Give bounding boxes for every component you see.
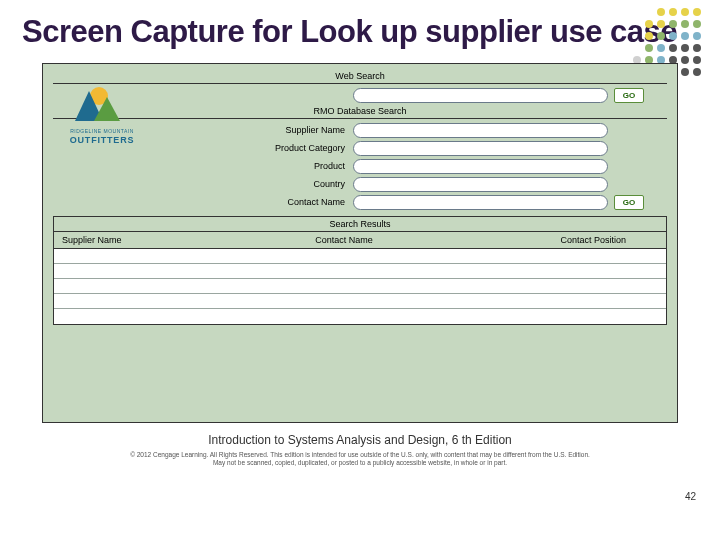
- contact-name-label: Contact Name: [53, 197, 353, 207]
- country-input[interactable]: [353, 177, 608, 192]
- results-header-row: Supplier Name Contact Name Contact Posit…: [54, 232, 666, 249]
- results-heading: Search Results: [54, 217, 666, 232]
- brand-logo: RIDGELINE MOUNTAIN OUTFITTERS: [57, 84, 147, 145]
- table-row: [54, 264, 666, 279]
- web-search-go-button[interactable]: GO: [614, 88, 644, 103]
- country-label: Country: [53, 179, 353, 189]
- app-screenshot: RIDGELINE MOUNTAIN OUTFITTERS Web Search…: [42, 63, 678, 423]
- logo-icon: [72, 84, 132, 126]
- contact-name-input[interactable]: [353, 195, 608, 210]
- copyright-text: © 2012 Cengage Learning. All Rights Rese…: [0, 451, 720, 467]
- table-row: [54, 294, 666, 309]
- table-row: [54, 279, 666, 294]
- web-search-heading: Web Search: [53, 71, 667, 84]
- logo-text-top: RIDGELINE MOUNTAIN: [57, 128, 147, 134]
- table-row: [54, 309, 666, 324]
- product-category-input[interactable]: [353, 141, 608, 156]
- product-input[interactable]: [353, 159, 608, 174]
- results-panel: Search Results Supplier Name Contact Nam…: [53, 216, 667, 325]
- supplier-name-input[interactable]: [353, 123, 608, 138]
- col-contact-name: Contact Name: [247, 232, 440, 248]
- product-category-label: Product Category: [53, 143, 353, 153]
- table-row: [54, 249, 666, 264]
- db-search-go-button[interactable]: GO: [614, 195, 644, 210]
- logo-text-bottom: OUTFITTERS: [57, 135, 147, 145]
- product-label: Product: [53, 161, 353, 171]
- web-search-input[interactable]: [353, 88, 608, 103]
- footer-title: Introduction to Systems Analysis and Des…: [0, 433, 720, 447]
- col-supplier-name: Supplier Name: [54, 232, 247, 248]
- slide-title: Screen Capture for Look up supplier use …: [0, 0, 720, 57]
- page-number: 42: [685, 491, 696, 502]
- col-contact-position: Contact Position: [441, 232, 666, 248]
